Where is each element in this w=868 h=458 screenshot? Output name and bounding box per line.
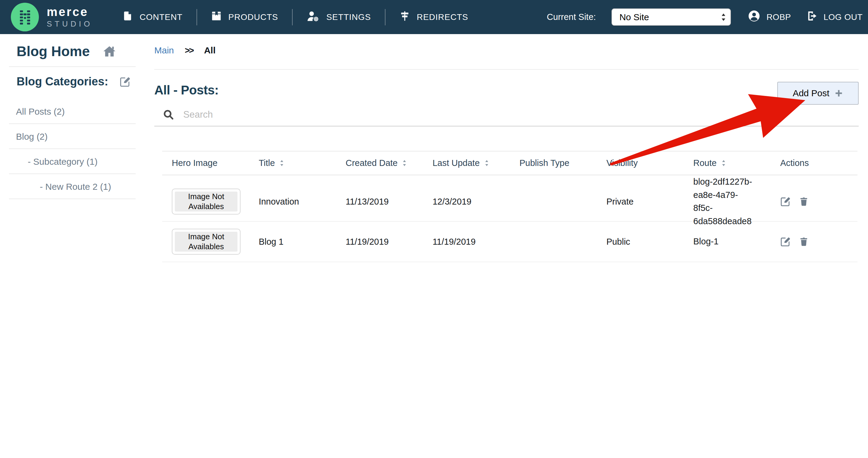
column-header-created-date[interactable]: Created Date [336,158,423,168]
top-navbar: merce STUDIO CONTENT PRODUCTS [0,0,868,34]
nav-item-content[interactable]: CONTENT [123,10,196,24]
table-row: Image Not Availables Innovation 11/13/20… [162,175,858,222]
add-post-button[interactable]: Add Post [777,82,859,105]
column-header-publish-type: Publish Type [510,158,597,168]
visibility-cell: Public [597,237,684,247]
current-site-value: No Site [619,12,649,22]
logout-icon [807,10,818,24]
column-header-visibility: Visibility [597,158,684,168]
nav-item-redirects[interactable]: REDIRECTS [385,10,482,24]
sidebar-item-all-posts[interactable]: All Posts (2) [0,99,137,124]
column-header-title[interactable]: Title [249,158,336,168]
nav-label: PRODUCTS [228,12,278,22]
nav-label: REDIRECTS [417,12,468,22]
nav-item-products[interactable]: PRODUCTS [197,10,292,24]
title-cell: Blog 1 [249,237,336,247]
user-gear-icon [307,10,320,24]
sort-icon[interactable] [721,159,726,167]
brand-logo[interactable]: merce STUDIO [11,3,93,31]
search-input[interactable] [183,109,859,120]
delete-post-icon[interactable] [799,197,809,206]
plus-icon [834,89,843,98]
table-row: Image Not Availables Blog 1 11/19/2019 1… [162,222,858,262]
column-header-last-update[interactable]: Last Update [423,158,510,168]
actions-cell [771,196,858,207]
navbar-right: Current Site: No Site ROBP [547,8,863,26]
sort-icon[interactable] [484,159,489,167]
created-date-cell: 11/19/2019 [336,237,423,247]
sidebar-title[interactable]: Blog Home [17,43,90,59]
breadcrumb: Main >> All [154,45,859,56]
box-icon [211,10,222,24]
hero-image-cell: Image Not Availables [162,189,249,214]
current-site-label: Current Site: [547,12,596,22]
main-nav: CONTENT PRODUCTS [123,9,482,25]
last-update-cell: 12/3/2019 [423,197,510,207]
table-header-row: Hero Image Title Created Date Last Updat… [162,151,858,175]
nav-label: SETTINGS [327,12,371,22]
title-cell: Innovation [249,197,336,207]
last-update-cell: 11/19/2019 [423,237,510,247]
sidebar-categories-heading: Blog Categories: [17,75,108,88]
image-placeholder: Image Not Availables [172,189,241,214]
posts-table: Hero Image Title Created Date Last Updat… [162,151,858,262]
sidebar-item-blog[interactable]: Blog (2) [0,124,137,149]
account-icon [748,10,761,24]
route-cell: Blog-1 [684,235,770,248]
delete-post-icon[interactable] [799,237,809,247]
select-stepper-icon [721,12,726,22]
page-title: All - Posts: [154,83,859,97]
divider [9,66,135,67]
column-header-route[interactable]: Route [684,158,770,168]
divider [154,69,859,70]
actions-cell [771,236,858,247]
sidebar-item-subcategory[interactable]: - Subcategory (1) [0,149,137,174]
visibility-cell: Private [597,197,684,207]
merce-logo-icon [11,3,39,31]
breadcrumb-separator: >> [185,46,193,56]
sidebar: Blog Home Blog Categories: All Posts (2)… [0,34,137,199]
user-label: ROBP [767,12,791,22]
search-icon [163,109,174,120]
logout-label: LOG OUT [824,12,863,22]
brand-name: merce [47,5,93,18]
edit-categories-icon[interactable] [120,76,130,87]
add-post-label: Add Post [793,88,830,98]
image-placeholder: Image Not Availables [172,229,241,255]
file-icon [123,10,133,24]
search-bar [154,109,859,126]
home-icon[interactable] [102,45,116,58]
sort-icon[interactable] [402,159,407,167]
edit-post-icon[interactable] [780,196,790,207]
main-content: Main >> All All - Posts: Add Post Hero I… [154,34,859,262]
brand-subtitle: STUDIO [47,19,93,29]
category-list: All Posts (2) Blog (2) - Subcategory (1)… [0,99,137,199]
breadcrumb-current: All [204,45,216,56]
m-glyph-icon [18,9,32,25]
sidebar-item-new-route-2[interactable]: - New Route 2 (1) [0,174,137,199]
edit-post-icon[interactable] [780,236,790,247]
created-date-cell: 11/13/2019 [336,197,423,207]
sort-icon[interactable] [279,159,284,167]
route-cell: blog-2df1227b-ea8e-4a79-8f5c-6da588deade… [684,175,770,228]
breadcrumb-link-main[interactable]: Main [154,45,174,56]
column-header-actions: Actions [771,158,858,168]
logout-button[interactable]: LOG OUT [807,10,863,24]
current-site-select[interactable]: No Site [612,8,731,26]
hero-image-cell: Image Not Availables [162,229,249,255]
nav-item-settings[interactable]: SETTINGS [293,10,385,24]
column-header-hero-image: Hero Image [162,158,249,168]
nav-label: CONTENT [140,12,182,22]
user-menu[interactable]: ROBP [748,10,791,24]
signpost-icon [399,10,410,24]
